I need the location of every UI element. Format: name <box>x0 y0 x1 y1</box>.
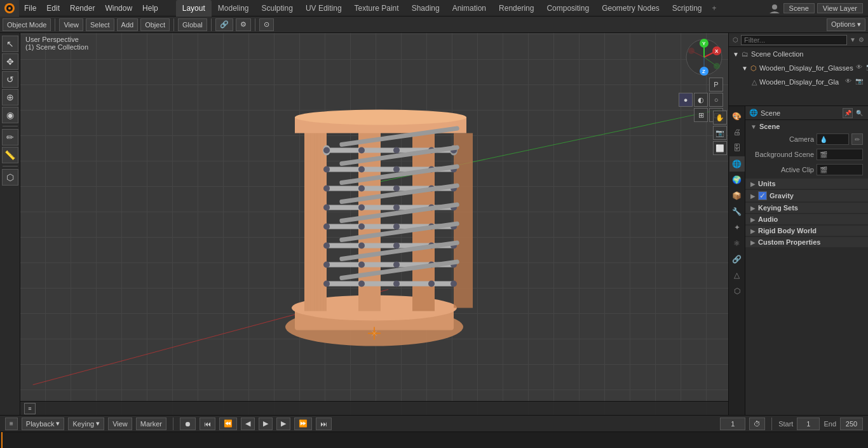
render-engine-dropdown[interactable]: Scene <box>783 3 815 13</box>
transform-dropdown[interactable]: Global <box>178 18 207 31</box>
gravity-section-header[interactable]: ▶ ✓ Gravity <box>745 190 868 201</box>
scene-collection-expand[interactable]: ▼ <box>733 51 739 58</box>
menu-render[interactable]: Render <box>65 0 100 17</box>
jump-start-btn[interactable]: ⏮ <box>200 417 215 430</box>
next-frame-btn[interactable]: ⏩ <box>294 417 312 430</box>
menu-help[interactable]: Help <box>137 0 163 17</box>
3d-viewport[interactable]: User Perspective (1) Scene Collection <box>20 33 728 415</box>
units-section-header[interactable]: ▶ Units <box>745 179 868 189</box>
tab-geometry-nodes[interactable]: Geometry Nodes <box>595 0 666 17</box>
tab-shading[interactable]: Shading <box>405 0 446 17</box>
object-menu[interactable]: Object <box>140 18 170 31</box>
timeline-ruler[interactable]: 1 40 80 120 160 200 240 280 <box>0 432 868 448</box>
camera-edit-btn[interactable]: ✏ <box>851 133 863 145</box>
prop-physics-icon[interactable]: ⚛ <box>729 236 745 251</box>
add-menu[interactable]: Add <box>117 18 139 31</box>
tab-scripting[interactable]: Scripting <box>666 0 709 17</box>
tab-compositing[interactable]: Compositing <box>540 0 595 17</box>
jump-end-btn[interactable]: ⏭ <box>316 417 332 430</box>
hand-tool-btn[interactable]: ✋ <box>713 111 727 125</box>
select-tool-button[interactable]: ↖ <box>2 36 18 52</box>
camera-eyedropper-icon[interactable]: 💧 <box>820 136 827 143</box>
options-button[interactable]: Options ▾ <box>827 18 865 31</box>
rigid-body-section-header[interactable]: ▶ Rigid Body World <box>745 226 868 236</box>
camera-view-btn[interactable]: 📷 <box>713 126 727 140</box>
props-search-btn[interactable]: 🔍 <box>854 108 864 118</box>
mesh-view-icon[interactable]: 👁 <box>845 78 854 86</box>
prev-frame-btn[interactable]: ⏪ <box>219 417 237 430</box>
prop-particles-icon[interactable]: ✦ <box>729 220 745 235</box>
tab-texture-paint[interactable]: Texture Paint <box>348 0 405 17</box>
move-tool-button[interactable]: ✥ <box>2 53 18 70</box>
timeline-menu-btn[interactable]: ≡ <box>5 417 18 430</box>
tab-layout[interactable]: Layout <box>176 0 212 17</box>
viewport-menu-btn[interactable]: ≡ <box>24 403 36 414</box>
perspective-toggle-btn[interactable]: P <box>709 78 723 92</box>
outliner-filter-btn[interactable]: ▼ <box>850 36 856 43</box>
viewport-shading-material[interactable]: ◐ <box>694 93 708 107</box>
active-clip-value[interactable]: 🎬 <box>817 164 863 175</box>
prev-keyframe-btn[interactable]: ◀ <box>241 417 255 430</box>
scene-collection-row[interactable]: ▼ 🗂 Scene Collection <box>729 47 868 61</box>
frame-start-input[interactable]: 1 <box>797 417 820 430</box>
prop-object-icon[interactable]: 📦 <box>729 188 745 203</box>
prop-data-icon[interactable]: △ <box>729 268 745 283</box>
snap-options[interactable]: ⚙ <box>236 18 251 31</box>
viewport-shading-solid[interactable]: ● <box>679 93 693 107</box>
tab-rendering[interactable]: Rendering <box>492 0 540 17</box>
mesh-render-icon[interactable]: 📷 <box>855 78 864 86</box>
rotate-tool-button[interactable]: ↺ <box>2 71 18 88</box>
overlay-toggle[interactable]: ⊞ <box>694 108 708 122</box>
play-btn[interactable]: ▶ <box>259 417 273 430</box>
add-workspace-button[interactable]: + <box>709 0 721 17</box>
prop-material-icon[interactable]: ⬡ <box>729 283 745 299</box>
camera-value[interactable]: 💧 <box>817 133 849 145</box>
mode-dropdown[interactable]: Object Mode <box>3 18 51 31</box>
prop-world-icon[interactable]: 🌍 <box>729 172 745 187</box>
view-layer-dropdown[interactable]: View Layer <box>817 3 863 13</box>
prop-modifier-icon[interactable]: 🔧 <box>729 204 745 219</box>
menu-file[interactable]: File <box>19 0 41 17</box>
tab-animation[interactable]: Animation <box>446 0 492 17</box>
tab-uv-editing[interactable]: UV Editing <box>299 0 348 17</box>
tab-sculpting[interactable]: Sculpting <box>255 0 299 17</box>
outliner-search-input[interactable] <box>741 35 847 45</box>
fps-btn[interactable]: ⏱ <box>749 417 765 430</box>
transform-tool-button[interactable]: ◉ <box>2 107 18 123</box>
prop-render-icon[interactable]: 🎨 <box>729 109 745 124</box>
scale-tool-button[interactable]: ⊕ <box>2 89 18 105</box>
custom-props-section-header[interactable]: ▶ Custom Properties <box>745 237 868 247</box>
playback-dropdown[interactable]: Playback ▾ <box>22 417 65 430</box>
view-dropdown[interactable]: View <box>108 417 132 430</box>
navigation-gizmo[interactable]: X Y Z <box>685 38 723 76</box>
tab-modeling[interactable]: Modeling <box>212 0 255 17</box>
background-scene-value[interactable]: 🎬 <box>817 149 863 160</box>
wooden-display-row[interactable]: ▼ ⬡ Wooden_Display_for_Glasses 👁 📷 <box>729 61 868 75</box>
menu-edit[interactable]: Edit <box>41 0 65 17</box>
outliner-sort-btn[interactable]: ⚙ <box>858 36 864 43</box>
annotate-tool-button[interactable]: ✏ <box>2 129 18 146</box>
proportional-toggle[interactable]: ⊙ <box>259 18 274 31</box>
frame-end-input[interactable]: 250 <box>840 417 863 430</box>
audio-section-header[interactable]: ▶ Audio <box>745 214 868 224</box>
gravity-checkbox[interactable]: ✓ <box>758 191 767 200</box>
menu-window[interactable]: Window <box>100 0 137 17</box>
snap-toggle[interactable]: 🔗 <box>215 18 233 31</box>
wooden-display-mesh-row[interactable]: △ Wooden_Display_for_Gla 👁 📷 <box>729 75 868 89</box>
viewport-shading-rendered[interactable]: ○ <box>709 93 723 107</box>
measure-tool-button[interactable]: 📏 <box>2 147 18 163</box>
prop-viewlayer-icon[interactable]: 🗄 <box>729 140 745 156</box>
render-region-btn[interactable]: ⬜ <box>713 141 727 155</box>
prop-output-icon[interactable]: 🖨 <box>729 125 745 140</box>
select-menu[interactable]: Select <box>86 18 114 31</box>
record-btn[interactable]: ⏺ <box>180 417 196 430</box>
next-keyframe-btn[interactable]: ▶ <box>276 417 290 430</box>
item-expand-icon[interactable]: ▼ <box>742 65 748 72</box>
item-view-icon[interactable]: 👁 <box>856 64 865 72</box>
prop-constraints-icon[interactable]: 🔗 <box>729 252 745 267</box>
props-pin-btn[interactable]: 📌 <box>843 108 853 118</box>
current-frame-display[interactable]: 1 <box>720 417 745 430</box>
prop-scene-icon[interactable]: 🌐 <box>729 156 745 172</box>
view-menu[interactable]: View <box>59 18 83 31</box>
add-cube-button[interactable]: ⬡ <box>2 169 18 186</box>
